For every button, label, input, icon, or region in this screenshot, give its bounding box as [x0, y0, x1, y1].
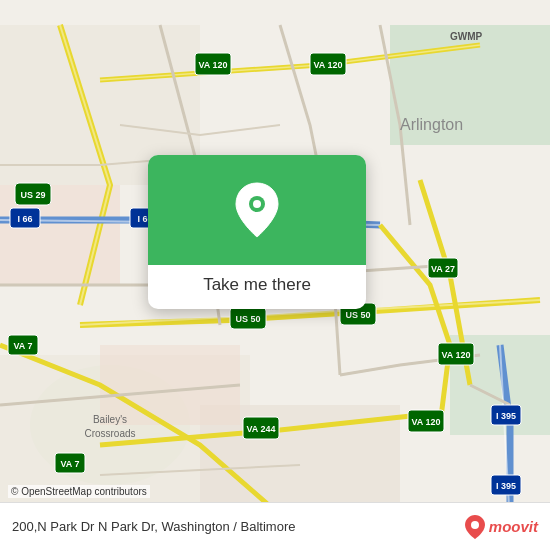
moovit-pin-icon	[465, 514, 485, 540]
svg-text:US 50: US 50	[235, 314, 260, 324]
take-me-there-card: Take me there	[148, 155, 366, 309]
svg-rect-8	[100, 345, 240, 425]
svg-text:US 29: US 29	[20, 190, 45, 200]
moovit-brand-text: moovit	[489, 518, 538, 535]
card-bottom: Take me there	[148, 265, 366, 309]
svg-text:VA 120: VA 120	[411, 417, 440, 427]
svg-text:VA 7: VA 7	[60, 459, 79, 469]
svg-text:VA 244: VA 244	[246, 424, 275, 434]
bottom-bar: 200,N Park Dr N Park Dr, Washington / Ba…	[0, 502, 550, 550]
moovit-logo: moovit	[465, 514, 538, 540]
osm-text: © OpenStreetMap contributors	[11, 486, 147, 497]
location-pin-icon	[233, 181, 281, 239]
svg-text:GWMP: GWMP	[450, 31, 483, 42]
card-header	[148, 155, 366, 265]
svg-text:US 50: US 50	[345, 310, 370, 320]
take-me-there-button[interactable]: Take me there	[203, 275, 311, 295]
svg-text:VA 120: VA 120	[313, 60, 342, 70]
svg-text:VA 7: VA 7	[13, 341, 32, 351]
svg-text:Crossroads: Crossroads	[84, 428, 135, 439]
svg-text:I 66: I 66	[17, 214, 32, 224]
svg-text:VA 120: VA 120	[198, 60, 227, 70]
svg-point-46	[471, 521, 479, 529]
svg-point-45	[253, 200, 261, 208]
svg-text:I 395: I 395	[496, 411, 516, 421]
map-container: US 29 VA 120 VA 120 I 66 I 66 US 50 US 5…	[0, 0, 550, 550]
svg-text:VA 27: VA 27	[431, 264, 455, 274]
svg-text:I 395: I 395	[496, 481, 516, 491]
svg-text:Bailey's: Bailey's	[93, 414, 127, 425]
address-label: 200,N Park Dr N Park Dr, Washington / Ba…	[12, 519, 465, 534]
svg-text:VA 120: VA 120	[441, 350, 470, 360]
osm-attribution: © OpenStreetMap contributors	[8, 485, 150, 498]
svg-text:Arlington: Arlington	[400, 116, 463, 133]
